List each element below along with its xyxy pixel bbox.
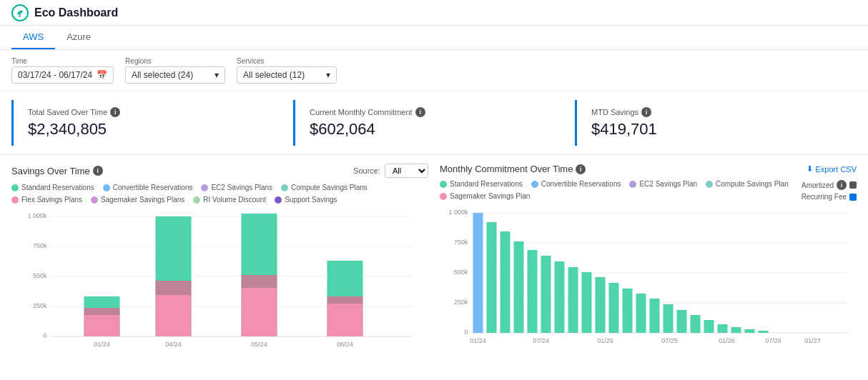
svg-text:07/24: 07/24: [533, 337, 549, 344]
regions-filter-label: Regions: [125, 57, 225, 65]
amortized-recurring-legend: Amortized i Recurring Fee: [802, 180, 857, 201]
monthly-commitment-value: $602,064: [310, 120, 546, 139]
commitment-chart-legend: Standard Reservations Convertible Reserv…: [440, 180, 802, 200]
export-csv-button[interactable]: ⬇ Export CSV: [807, 164, 857, 174]
svg-rect-12: [84, 315, 120, 336]
savings-chart-svg: 1 000k 750k 500k 250k 0 01/24: [11, 209, 428, 352]
svg-rect-51: [664, 304, 674, 333]
calendar-icon: 📅: [97, 70, 107, 80]
svg-rect-16: [156, 295, 192, 336]
svg-rect-50: [650, 299, 660, 333]
monthly-commitment-label: Current Monthly Commitment i: [310, 107, 546, 117]
page-title: Eco Dashboard: [34, 6, 118, 19]
savings-chart-info-icon[interactable]: i: [93, 166, 103, 176]
services-filter-group: Services All selected (12) ▾: [237, 57, 337, 84]
download-icon: ⬇: [807, 164, 813, 174]
savings-chart-header: Savings Over Time i Source: All: [11, 164, 428, 178]
svg-rect-58: [759, 331, 769, 333]
legend-item-ec2: EC2 Savings Plans: [201, 184, 272, 191]
legend-item-ec2-c: EC2 Savings Plan: [629, 180, 697, 188]
mtd-savings-info-icon[interactable]: i: [641, 107, 651, 117]
summary-cards: Total Saved Over Time i $2,340,805 Curre…: [0, 91, 868, 155]
commitment-legend-row: Standard Reservations Convertible Reserv…: [440, 180, 857, 206]
regions-filter-value: All selected (24): [132, 70, 193, 80]
services-filter-input[interactable]: All selected (12) ▾: [237, 66, 337, 84]
total-saved-card: Total Saved Over Time i $2,340,805: [11, 100, 279, 146]
mtd-savings-card: MTD Savings i $419,701: [575, 100, 842, 146]
svg-rect-48: [623, 289, 633, 333]
svg-rect-53: [691, 315, 701, 333]
svg-rect-44: [568, 267, 578, 333]
legend-item-flex: Flex Savings Plans: [11, 196, 82, 204]
filters-bar: Time 03/17/24 - 06/17/24 📅 Regions All s…: [0, 50, 868, 91]
legend-item-ri: RI Volume Discount: [193, 196, 266, 204]
services-filter-label: Services: [237, 57, 337, 65]
savings-chart-title: Savings Over Time i: [11, 166, 103, 176]
svg-text:01/25: 01/25: [597, 337, 613, 344]
svg-rect-46: [596, 277, 606, 333]
svg-text:01/27: 01/27: [804, 337, 821, 344]
commitment-over-time-chart: Monthly Commitment Over Time i ⬇ Export …: [440, 164, 857, 352]
legend-item-sagemaker-c: Sagemaker Savings Plan: [440, 192, 530, 200]
savings-chart-area: 1 000k 750k 500k 250k 0 01/24: [11, 209, 428, 352]
legend-item-compute: Compute Savings Plans: [281, 184, 368, 191]
tab-aws[interactable]: AWS: [11, 26, 55, 49]
legend-item-sagemaker: Sagemaker Savings Plans: [91, 196, 184, 204]
svg-text:1 000k: 1 000k: [448, 209, 468, 216]
svg-rect-43: [555, 261, 565, 333]
commitment-chart-info-icon[interactable]: i: [576, 164, 586, 174]
svg-text:0: 0: [43, 332, 46, 339]
svg-rect-57: [745, 329, 755, 333]
legend-item-convertible-c: Convertible Reservations: [531, 180, 621, 188]
recurring-legend-item: Recurring Fee: [802, 193, 857, 201]
legend-item-compute-c: Compute Savings Plan: [706, 180, 789, 188]
svg-rect-17: [156, 281, 192, 295]
svg-rect-49: [636, 294, 646, 333]
legend-item-support: Support Savings: [275, 196, 337, 204]
svg-text:04/24: 04/24: [165, 341, 182, 348]
svg-rect-45: [582, 272, 592, 333]
regions-filter-group: Regions All selected (24) ▾: [125, 57, 225, 84]
tab-bar: AWS Azure: [0, 26, 868, 50]
svg-rect-38: [487, 222, 497, 333]
chevron-down-icon: ▾: [326, 70, 330, 80]
savings-chart-source: Source: All: [353, 164, 428, 178]
total-saved-info-icon[interactable]: i: [110, 107, 120, 117]
header: Eco Dashboard: [0, 0, 868, 26]
monthly-commitment-card: Current Monthly Commitment i $602,064: [293, 100, 561, 146]
svg-text:750k: 750k: [454, 239, 468, 246]
svg-text:500k: 500k: [33, 272, 47, 279]
svg-text:07/26: 07/26: [765, 337, 781, 344]
svg-rect-13: [84, 308, 120, 315]
svg-rect-54: [704, 320, 714, 333]
svg-text:750k: 750k: [33, 242, 47, 249]
chevron-down-icon: ▾: [214, 70, 219, 80]
svg-text:500k: 500k: [454, 269, 468, 276]
time-filter-group: Time 03/17/24 - 06/17/24 📅: [11, 57, 114, 84]
amortized-info-icon[interactable]: i: [837, 180, 847, 190]
legend-item-convertible: Convertible Reservations: [103, 184, 193, 191]
total-saved-value: $2,340,805: [28, 120, 265, 139]
svg-rect-21: [242, 275, 277, 288]
commitment-chart-title: Monthly Commitment Over Time i: [440, 164, 586, 174]
svg-rect-52: [677, 310, 687, 333]
svg-text:05/24: 05/24: [251, 341, 267, 348]
svg-text:1 000k: 1 000k: [27, 212, 47, 219]
svg-text:06/24: 06/24: [337, 341, 353, 348]
tab-azure[interactable]: Azure: [55, 26, 102, 49]
svg-rect-42: [541, 256, 551, 333]
svg-rect-20: [242, 288, 277, 336]
monthly-commitment-info-icon[interactable]: i: [415, 107, 425, 117]
legend-item-standard-c: Standard Reservations: [440, 180, 523, 188]
commitment-chart-header: Monthly Commitment Over Time i ⬇ Export …: [440, 164, 857, 174]
services-filter-value: All selected (12): [243, 70, 305, 80]
time-filter-input[interactable]: 03/17/24 - 06/17/24 📅: [11, 66, 114, 84]
svg-text:07/25: 07/25: [661, 337, 678, 344]
commitment-chart-area: 1 000k 750k 500k 250k 0: [440, 206, 857, 349]
regions-filter-input[interactable]: All selected (24) ▾: [125, 66, 225, 84]
svg-text:250k: 250k: [454, 299, 468, 306]
savings-chart-legend: Standard Reservations Convertible Reserv…: [11, 184, 428, 204]
savings-source-select[interactable]: All: [385, 164, 428, 178]
svg-rect-41: [528, 250, 538, 333]
svg-rect-25: [327, 296, 363, 304]
